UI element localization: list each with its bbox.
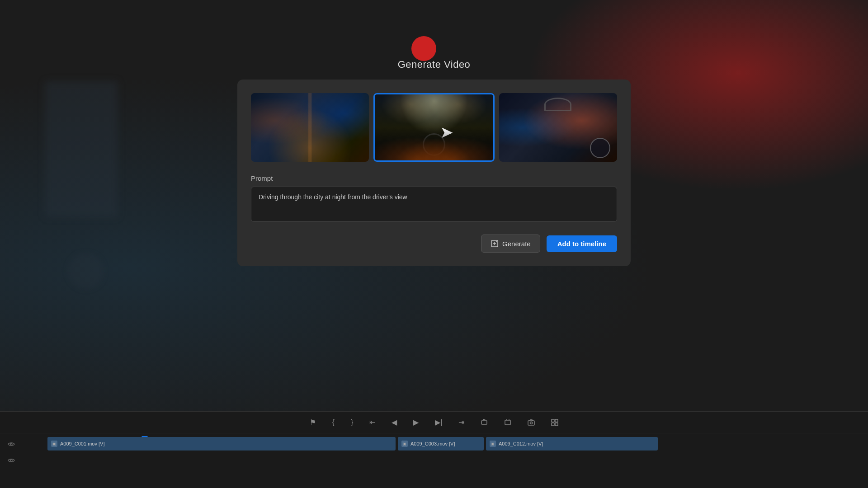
prompt-label: Prompt (251, 174, 617, 182)
go-to-out-button[interactable]: ⇥ (456, 416, 467, 428)
in-point-button[interactable]: { (330, 417, 337, 428)
add-timeline-label: Add to timeline (557, 240, 606, 248)
thumbnails-row: ➤ (251, 93, 617, 162)
camera-button[interactable] (525, 417, 538, 428)
svg-rect-7 (552, 423, 554, 426)
thumb2-bg: ➤ (375, 94, 493, 160)
steering-wheel-icon (423, 133, 445, 156)
timeline-toolbar: ⚑ { } ⇤ ◀ ▶ ▶| ⇥ (0, 412, 868, 433)
svg-rect-6 (555, 419, 558, 422)
video-thumb-1[interactable] (251, 93, 369, 162)
thumb3-wheel (544, 98, 571, 111)
svg-rect-5 (552, 419, 554, 422)
thumb1-inner (251, 93, 369, 162)
modal-title: Generate Video (398, 59, 471, 70)
track-row-1: ▣ A009_C001.mov [V] ▣ A009_C003.mov [V] … (0, 437, 868, 451)
play-back-button[interactable]: ◀ (389, 416, 400, 428)
video-thumb-3[interactable] (499, 93, 617, 162)
svg-rect-8 (555, 423, 558, 426)
track1-content: ▣ A009_C001.mov [V] ▣ A009_C003.mov [V] … (23, 437, 868, 451)
thumb3-speedo (590, 138, 610, 158)
clip-a009c003[interactable]: ▣ A009_C003.mov [V] (398, 437, 484, 450)
track2-eye[interactable] (0, 458, 23, 463)
lift-button[interactable] (478, 417, 491, 428)
generate-icon (491, 239, 499, 248)
action-buttons: Generate Add to timeline (251, 235, 617, 253)
clip2-icon: ▣ (401, 441, 408, 447)
svg-point-10 (10, 460, 12, 461)
modal-card: ➤ Prompt Driving through the city at nig… (237, 80, 631, 266)
play-button[interactable]: ▶ (410, 416, 421, 428)
clip1-icon: ▣ (51, 441, 57, 447)
play-next-button[interactable]: ▶| (432, 416, 445, 428)
clip3-icon: ▣ (490, 441, 496, 447)
clip3-label: A009_C012.mov [V] (499, 441, 543, 446)
out-point-button[interactable]: } (348, 417, 356, 428)
svg-rect-2 (505, 420, 510, 425)
extract-button[interactable] (501, 417, 514, 428)
track1-eye[interactable] (0, 441, 23, 447)
clip2-label: A009_C003.mov [V] (410, 441, 455, 446)
add-to-timeline-button[interactable]: Add to timeline (547, 235, 617, 252)
grid-button[interactable] (548, 417, 561, 428)
thumb3-inner (499, 93, 617, 162)
timeline-tracks: ▣ A009_C001.mov [V] ▣ A009_C003.mov [V] … (0, 433, 868, 468)
marker-button[interactable]: ⚑ (307, 416, 319, 428)
track2-content (23, 453, 868, 468)
go-to-in-button[interactable]: ⇤ (367, 416, 378, 428)
clip1-label: A009_C001.mov [V] (60, 441, 104, 446)
clip-a009c001[interactable]: ▣ A009_C001.mov [V] (47, 437, 396, 450)
timeline-area: ⚑ { } ⇤ ◀ ▶ ▶| ⇥ (0, 411, 868, 488)
generate-button[interactable]: Generate (481, 235, 540, 253)
svg-rect-3 (528, 421, 534, 425)
video-thumb-2[interactable]: ➤ (373, 93, 494, 162)
thumb3-bg (499, 93, 617, 162)
track-row-2 (0, 453, 868, 468)
svg-point-4 (530, 422, 533, 424)
svg-point-9 (10, 443, 12, 445)
generate-label: Generate (502, 240, 531, 248)
thumb1-bg (251, 93, 369, 162)
prompt-input[interactable]: Driving through the city at night from t… (251, 187, 617, 222)
clip-a009c012[interactable]: ▣ A009_C012.mov [V] (486, 437, 658, 450)
svg-rect-1 (481, 421, 487, 424)
thumb2-inner: ➤ (375, 94, 493, 160)
